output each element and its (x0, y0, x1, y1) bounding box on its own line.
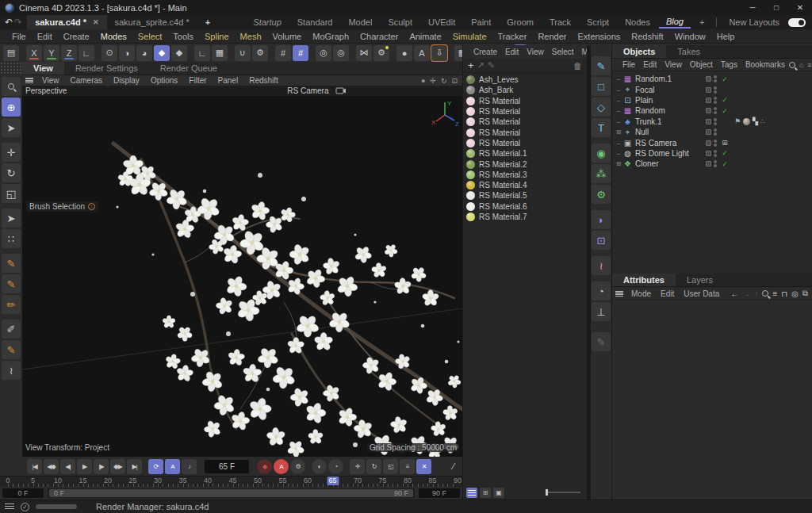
minimize-button[interactable]: ─ (741, 0, 764, 15)
spline-pen-tool[interactable]: ✎ (2, 274, 21, 293)
add-material-button[interactable]: + (468, 59, 474, 71)
material-item[interactable]: Ash_Bark (463, 85, 587, 95)
material-item[interactable]: RS Material (463, 106, 587, 117)
maximize-button[interactable]: □ (764, 0, 788, 15)
icon-size-slider[interactable] (546, 492, 580, 493)
object-name[interactable]: Cloner (633, 159, 706, 168)
layer-toggle[interactable] (706, 98, 711, 103)
viewport-menu-redshift[interactable]: Redshift (243, 76, 284, 85)
object-row[interactable]: –▦Random✓ (612, 105, 812, 116)
text-spline-icon[interactable]: T (592, 118, 611, 137)
keyframe-settings-button[interactable]: ⚙ (290, 459, 305, 474)
material-item[interactable]: RS Material.1 (463, 148, 587, 159)
tab-objects[interactable]: Objects (612, 45, 666, 58)
status-hamburger-icon[interactable] (5, 503, 14, 510)
effector-icon[interactable]: ⚙ (592, 185, 611, 204)
tweak-tool[interactable]: ➤ (2, 118, 21, 137)
panel-divider[interactable] (587, 45, 590, 500)
visibility-dots[interactable] (714, 140, 717, 147)
multi-move-tool[interactable]: ∷ (2, 229, 21, 248)
redo-icon[interactable]: ↷ (14, 17, 22, 28)
layout-tab-track[interactable]: Track (542, 17, 578, 28)
history-back-icon[interactable]: ← (730, 289, 738, 298)
large-icon-view-icon[interactable]: ▣ (493, 488, 504, 498)
rotate-tool[interactable]: ↻ (2, 163, 21, 182)
tab-layers[interactable]: Layers (676, 274, 724, 286)
viewport-menu-display[interactable]: Display (108, 76, 145, 85)
menu-volume[interactable]: Volume (267, 32, 308, 41)
attribute-external-icon[interactable]: ⧉ (802, 289, 808, 298)
object-search-icon[interactable] (789, 62, 795, 68)
panel-tab-view[interactable]: View (22, 62, 64, 75)
visibility-dots[interactable] (714, 86, 717, 94)
menu-create[interactable]: Create (58, 32, 95, 41)
asset-browser-icon[interactable]: ▤ (3, 45, 19, 61)
material-item[interactable]: Ash_Leves (463, 75, 587, 85)
expand-icon[interactable]: ⊞ (615, 160, 622, 167)
zoom-tool-icon[interactable] (2, 77, 21, 96)
layer-toggle[interactable] (706, 119, 711, 124)
menu-animate[interactable]: Animate (404, 32, 446, 41)
visibility-dots[interactable] (714, 97, 717, 104)
rectangle-spline-icon[interactable]: □ (592, 77, 611, 96)
enable-check-icon[interactable]: ✓ (720, 160, 730, 168)
record-keyframe-button[interactable]: ◆ (257, 459, 272, 474)
key-position-lock[interactable]: ◐ (312, 459, 327, 474)
layout-tab-standard[interactable]: Standard (290, 17, 340, 28)
play-button[interactable]: ▶ (77, 459, 92, 474)
deformer-icon[interactable]: ≀ (592, 256, 611, 275)
snap-toggle[interactable]: ∪ (235, 45, 251, 61)
sketch-tool[interactable]: ≀ (2, 361, 21, 380)
material-item[interactable]: RS Material (463, 96, 587, 106)
object-row[interactable]: ⊞❖Cloner✓ (612, 159, 812, 169)
menu-file[interactable]: File (6, 32, 32, 41)
object-name[interactable]: Focal (633, 86, 706, 94)
model-mode[interactable]: ◆ (154, 45, 170, 61)
key-rotation-button[interactable]: ↻ (366, 459, 381, 474)
goto-end-button[interactable]: ▶| (127, 459, 142, 474)
parent-up-icon[interactable]: ↑ (754, 289, 758, 298)
points-mode[interactable]: ⊙ (102, 45, 117, 61)
menu-simulate[interactable]: Simulate (447, 32, 492, 41)
grid-view-icon[interactable]: ⊞ (480, 488, 491, 498)
layer-toggle[interactable] (706, 108, 711, 113)
camera-icon[interactable] (335, 87, 347, 94)
quantize-toggle[interactable]: # (293, 45, 308, 61)
tag-icons[interactable]: ⚑▚∴ (734, 117, 765, 125)
list-view-icon[interactable] (466, 488, 477, 498)
viewport-pan-icon[interactable]: ✛ (430, 77, 436, 85)
layout-tab-paint[interactable]: Paint (464, 17, 498, 28)
enable-check-icon[interactable]: ✓ (720, 75, 730, 83)
visibility-dots[interactable] (714, 107, 717, 114)
generator-icon[interactable]: ◉ (592, 144, 611, 163)
add-layout-button[interactable]: + (692, 17, 711, 28)
visibility-dots[interactable] (714, 75, 717, 82)
object-name[interactable]: Random.1 (633, 75, 706, 83)
camera-name-label[interactable]: RS Camera (287, 86, 328, 95)
menu-window[interactable]: Window (669, 32, 711, 41)
key-parameter-button[interactable]: ≡ (400, 459, 415, 474)
visibility-dots[interactable] (714, 118, 717, 125)
add-document-button[interactable]: + (197, 17, 218, 27)
object-home-icon[interactable]: ⌂ (799, 61, 803, 69)
key-tangent-lock[interactable]: ◔ (328, 459, 343, 474)
edge-mode[interactable]: ◑ (119, 45, 135, 61)
modeling-axis[interactable]: ◎ (316, 45, 331, 61)
object-name[interactable]: Plain (633, 96, 706, 105)
object-menu-bookmarks[interactable]: Bookmarks (741, 60, 789, 69)
spline-arc-tool[interactable]: ✏ (2, 295, 21, 314)
lock-y-axis[interactable]: Y (44, 45, 59, 61)
transform-tool[interactable]: ➤ (2, 209, 21, 228)
object-row[interactable]: –♣Trunk.1⚑▚∴ (612, 117, 812, 127)
object-menu-view[interactable]: View (661, 60, 686, 69)
lock-x-axis[interactable]: X (26, 45, 42, 61)
spline-smooth-tool[interactable]: ✎ (2, 254, 21, 273)
history-forward-icon[interactable]: → (742, 289, 750, 298)
material-arrow-icon[interactable]: ↗ (477, 60, 485, 71)
tab-attributes[interactable]: Attributes (612, 274, 676, 286)
viewport-menu-panel[interactable]: Panel (213, 76, 244, 85)
attribute-lock-icon[interactable]: ⊓ (781, 289, 787, 298)
undo-icon[interactable]: ↶ (5, 17, 13, 28)
expand-icon[interactable]: ⊞ (615, 128, 622, 136)
object-filter-icon[interactable]: ≡ (807, 61, 811, 69)
